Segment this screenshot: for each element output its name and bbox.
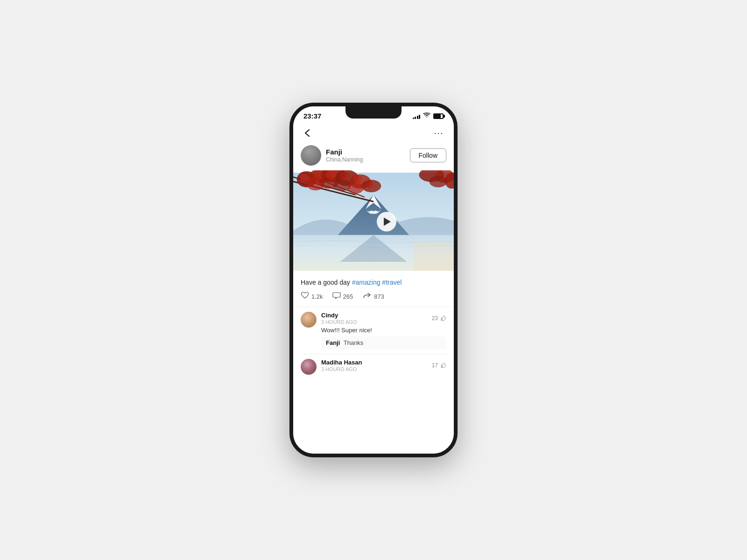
hashtag-amazing[interactable]: #amazing [352,279,381,286]
reply-text: Thanks [344,339,364,346]
svg-point-21 [365,180,373,188]
profile-text: Fanji China,Nanning [326,148,363,163]
comment-text: Wow!!! Super nice! [321,327,446,334]
follow-button[interactable]: Follow [410,148,446,162]
comment-body-cindy: Cindy 3 HOURD AGO 23 Wow! [321,312,446,349]
signal-bars-icon [413,113,421,119]
share-icon [362,292,372,301]
nav-bar: ··· [293,123,454,143]
comment-header-madiha: Madiha Hasan 3 HOURD AGO 17 [321,359,446,372]
commenter-name-2: Madiha Hasan [321,359,362,366]
svg-point-20 [353,175,362,184]
comment-like-button-2[interactable]: 17 [432,362,446,369]
play-button[interactable] [377,212,396,231]
commenter-name: Cindy [321,312,357,319]
more-button[interactable]: ··· [431,126,446,140]
comment-body-madiha: Madiha Hasan 3 HOURD AGO 17 [321,359,446,372]
comment-user-info-2: Madiha Hasan 3 HOURD AGO [321,359,362,372]
play-icon [384,217,391,226]
wifi-icon [423,112,430,119]
svg-rect-2 [414,242,454,271]
comment-icon [332,292,341,301]
phone-notch [345,106,402,119]
comment-like-button[interactable]: 23 [432,315,446,322]
comment-avatar-madiha [301,359,317,375]
profile-header: Fanji China,Nanning Follow [293,143,454,170]
comment-time-2: 3 HOURD AGO [321,366,362,372]
mountain-scene [293,170,454,273]
comment-item: Madiha Hasan 3 HOURD AGO 17 [293,354,454,379]
shares-count: 873 [374,293,384,300]
comments-section: Cindy 3 HOURD AGO 23 Wow! [293,307,454,379]
battery-icon [433,113,444,119]
heart-icon [301,292,309,301]
status-icons [413,112,444,119]
likes-count: 1.2k [311,293,323,300]
comment-item: Cindy 3 HOURD AGO 23 Wow! [293,307,454,354]
avatar[interactable] [301,145,321,166]
comment-avatar-cindy [301,312,317,328]
status-time: 23:37 [303,112,321,120]
svg-point-16 [300,174,309,182]
reply-item: Fanji Thanks [321,336,446,349]
comment-user-info: Cindy 3 HOURD AGO [321,312,357,325]
post-image [293,170,454,273]
shares-stat[interactable]: 873 [362,292,384,301]
comment-time: 3 HOURD AGO [321,319,357,325]
reply-author: Fanji [326,339,340,346]
svg-point-15 [348,183,364,194]
post-caption: Have a good day #amazing #travel [293,273,454,290]
comment-header-cindy: Cindy 3 HOURD AGO 23 [321,312,446,325]
comments-stat[interactable]: 265 [332,292,353,301]
hashtag-travel[interactable]: #travel [382,279,402,286]
profile-location: China,Nanning [326,156,363,163]
profile-name: Fanji [326,148,363,156]
svg-point-19 [339,171,349,181]
post-stats: 1.2k 265 [293,290,454,307]
comments-count: 265 [343,293,353,300]
post-content: Have a good day #amazing #travel 1.2k [293,273,454,454]
likes-stat[interactable]: 1.2k [301,292,323,301]
profile-info: Fanji China,Nanning [301,145,363,166]
svg-point-25 [429,176,447,188]
back-button[interactable] [301,126,316,140]
svg-point-17 [313,170,323,180]
